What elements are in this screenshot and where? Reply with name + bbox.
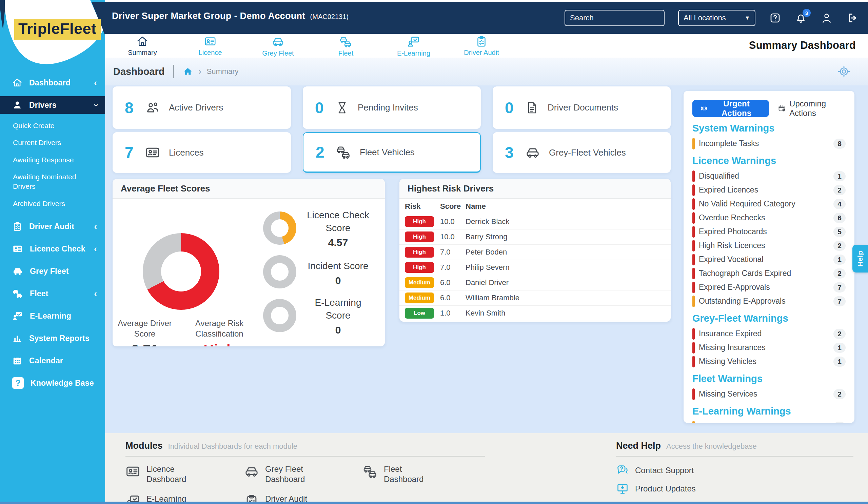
help-button[interactable]: [769, 12, 781, 24]
stat-card-driver-documents[interactable]: 0 Driver Documents: [493, 86, 671, 129]
warning-count: 1: [834, 422, 846, 423]
stat-card-grey-fleet-vehicles[interactable]: 3 Grey-Fleet Vehicles: [493, 132, 671, 173]
monitor-download-icon: [616, 482, 629, 495]
module-link-grey-fleet-dashboard[interactable]: Grey Fleet Dashboard: [244, 464, 363, 484]
module-link-licence-dashboard[interactable]: Licence Dashboard: [125, 464, 244, 484]
warning-row[interactable]: Expired Licences 2: [692, 183, 846, 197]
warning-row[interactable]: Missing Insurances 1: [692, 340, 846, 355]
warning-row[interactable]: Tachograph Cards Expired 2: [692, 266, 846, 280]
location-value: All Locations: [683, 13, 745, 22]
location-selector[interactable]: All Locations ▼: [678, 10, 755, 26]
tab-elearning[interactable]: E-Learning: [380, 34, 447, 57]
table-row[interactable]: Low 1.0 Kevin Smith: [400, 306, 671, 321]
brand-logo[interactable]: TripleFleet: [14, 19, 101, 40]
warning-count: 1: [834, 254, 846, 265]
sidebar-item-knowledge-base[interactable]: ? Knowledge Base: [0, 374, 105, 392]
help-side-tab[interactable]: Help: [852, 245, 868, 273]
alert-icon: [700, 104, 708, 113]
warnings-list: Incomplete Tasks 8: [692, 137, 846, 150]
warning-label: Expired Licences: [699, 186, 834, 195]
sidebar-item-calendar[interactable]: Calendar: [0, 352, 105, 369]
table-row[interactable]: High 10.0 Barry Strong: [400, 230, 671, 245]
average-fleet-scores-panel: Average Fleet Scores Average Driver Scor…: [113, 179, 385, 346]
section-heading: Fleet Warnings: [692, 373, 846, 384]
sidebar-subitem[interactable]: Archived Drivers: [0, 195, 98, 212]
risk-badge: Low: [405, 308, 434, 318]
sidebar-subitem[interactable]: Awaiting Response: [0, 151, 98, 168]
module-label: Grey Fleet Dashboard: [265, 464, 316, 484]
table-row[interactable]: Medium 6.0 William Bramble: [400, 291, 671, 306]
table-row[interactable]: High 7.0 Peter Boden: [400, 245, 671, 260]
warning-label: Insurance Expired: [699, 329, 834, 338]
clipboard-icon: [12, 221, 22, 231]
stat-value: 8: [125, 98, 136, 117]
sidebar-item-driver-audit[interactable]: Driver Audit ‹: [0, 218, 105, 235]
search-input[interactable]: [570, 13, 668, 22]
id-card-icon: [145, 145, 160, 160]
tab-licence[interactable]: Licence: [176, 34, 244, 56]
module-link-fleet-dashboard[interactable]: Fleet Dashboard: [363, 464, 482, 484]
warning-row[interactable]: High Risk Licences 2: [692, 239, 846, 252]
stat-card-active-drivers[interactable]: 8 Active Drivers: [113, 86, 291, 129]
profile-button[interactable]: [820, 12, 833, 24]
section-subtitle: Individual Dashboards for each module: [168, 442, 298, 451]
sidebar-subitem[interactable]: Quick Create: [0, 117, 98, 134]
warning-count: 1: [834, 171, 846, 181]
person-icon: [12, 100, 22, 110]
stat-card-fleet-vehicles[interactable]: 2 Fleet Vehicles: [303, 132, 481, 173]
stat-card-pending-invites[interactable]: 0 Pending Invites: [303, 86, 481, 129]
warning-row[interactable]: Missing Services 2: [692, 387, 846, 401]
warning-row[interactable]: E-Learning Not Started 1: [692, 420, 846, 423]
licence-check-score: Licence Check Score 4.57: [302, 209, 374, 250]
tab-grey-fleet[interactable]: Grey Fleet: [244, 34, 312, 57]
warning-row[interactable]: No Valid Required Category 4: [692, 197, 846, 211]
tab-summary[interactable]: Summary: [108, 34, 176, 56]
sidebar-item-label: Grey Fleet: [30, 267, 97, 276]
sidebar-subitem[interactable]: Awaiting Nominated Drivers: [0, 168, 98, 195]
notifications-button[interactable]: 3: [795, 12, 807, 24]
severity-bar: [692, 342, 695, 354]
table-row[interactable]: High 10.0 Derrick Black: [400, 214, 671, 230]
warning-row[interactable]: Incomplete Tasks 8: [692, 137, 846, 150]
warning-label: Expired E-Approvals: [699, 283, 834, 292]
sidebar-subitem[interactable]: Current Drivers: [0, 134, 98, 151]
warning-row[interactable]: Overdue Rechecks 6: [692, 211, 846, 225]
tab-driver-audit[interactable]: Driver Audit: [447, 34, 515, 56]
calendar-icon: [12, 356, 22, 366]
link-contact-support[interactable]: Contact Support: [616, 464, 854, 477]
warning-row[interactable]: Expired E-Approvals 7: [692, 280, 846, 294]
stat-card-licences[interactable]: 7 Licences: [113, 132, 291, 173]
upcoming-actions-tab[interactable]: Upcoming Actions: [778, 99, 846, 118]
sidebar-item-dashboard[interactable]: Dashboard ‹: [0, 74, 105, 92]
table-row[interactable]: High 7.0 Philip Severn: [400, 260, 671, 275]
column-score: Score: [440, 202, 466, 211]
sidebar-item-fleet[interactable]: Fleet ‹: [0, 285, 105, 302]
sidebar-item-drivers[interactable]: Drivers ‹: [0, 96, 105, 114]
account-code: (MAC02131): [310, 13, 349, 21]
sidebar-item-elearning[interactable]: E-Learning: [0, 307, 105, 325]
warning-row[interactable]: Disqualified 1: [692, 169, 846, 183]
account-title: Driver Super Market Group - Demo Account…: [112, 11, 349, 21]
stat-label: Driver Documents: [548, 102, 618, 113]
question-icon: ?: [12, 377, 24, 389]
logout-button[interactable]: [846, 12, 858, 24]
sidebar-item-grey-fleet[interactable]: Grey Fleet: [0, 262, 105, 280]
warning-row[interactable]: Insurance Expired 2: [692, 327, 846, 340]
urgent-actions-tab[interactable]: Urgent Actions: [692, 100, 769, 117]
logout-icon: [846, 12, 858, 24]
warning-row[interactable]: Outstanding E-Approvals 7: [692, 294, 846, 308]
warning-row[interactable]: Expired Photocards 5: [692, 225, 846, 239]
sidebar-item-system-reports[interactable]: System Reports: [0, 329, 105, 347]
driver-name: Peter Boden: [466, 248, 662, 256]
link-product-updates[interactable]: Product Updates: [616, 482, 854, 495]
stat-label: Active Drivers: [169, 102, 223, 113]
sidebar-item-licence-check[interactable]: Licence Check ‹: [0, 240, 105, 258]
tab-label: Grey Fleet: [262, 50, 293, 57]
warning-row[interactable]: Missing Vehicles 1: [692, 355, 846, 368]
table-row[interactable]: Medium 6.0 Daniel Driver: [400, 275, 671, 291]
home-icon[interactable]: [183, 66, 193, 77]
tab-fleet[interactable]: Fleet: [312, 34, 380, 57]
stat-value: 0: [505, 98, 516, 117]
settings-gear-icon[interactable]: [837, 64, 851, 78]
warning-row[interactable]: Expired Vocational 1: [692, 252, 846, 266]
